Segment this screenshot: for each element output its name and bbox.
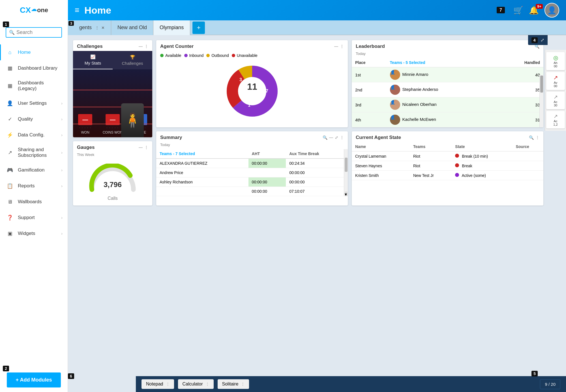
agent3-name: Kristen Smith [352, 171, 410, 180]
minimize-icon-g[interactable]: — [139, 145, 143, 150]
summary-teams-filter[interactable]: Teams - 7 Selected [160, 151, 195, 156]
leaderboard-header: Leaderboard 🔍 [352, 40, 543, 51]
quality-icon: ✓ [6, 115, 14, 123]
leaderboard-scrollthumb [540, 76, 543, 93]
tab-add-button[interactable]: + [192, 22, 205, 34]
row3-aux: 00:00:00 [286, 177, 348, 187]
aux-col-header: Aux Time Break [286, 149, 348, 158]
tab-close-icon[interactable]: ✕ [101, 25, 105, 30]
sidebar-item-home[interactable]: ⌂ Home [0, 44, 68, 60]
aht-col-header: AHT [248, 149, 286, 158]
calculator-menu-icon[interactable]: ⋮ [206, 382, 209, 386]
coins-dots: · · · · · [106, 126, 119, 129]
summary-table-area: Teams - 7 Selected AHT Aux Time Break AL… [156, 149, 348, 196]
sidebar-item-user-settings[interactable]: 👤 User Settings › [0, 95, 68, 111]
row3-aht: 00:00:00 [248, 177, 286, 187]
more-icon[interactable]: ⋮ [144, 44, 148, 49]
minimize-icon[interactable]: — [139, 44, 143, 49]
solitaire-menu-icon[interactable]: ⋮ [241, 382, 245, 386]
donut-label-purple: 7 [266, 89, 268, 93]
grid-layout: Challenges — ⋮ 📈 My Stats 🏆 [73, 40, 543, 205]
sidebar-item-data-config[interactable]: ⚡ Data Config. › [0, 127, 68, 143]
sidebar-item-label-widgets: Widgets [18, 231, 61, 236]
leaderboard-scrollbar[interactable] [539, 75, 543, 127]
summary-scrollbar[interactable]: ▾ [344, 149, 348, 196]
teams-filter[interactable]: Teams - 5 Selected [390, 60, 425, 65]
sidebar-item-reports[interactable]: 📋 Reports › [0, 178, 68, 194]
sidebar-item-label-support: Support [18, 215, 61, 220]
sidebar-item-support[interactable]: ❓ Support › [0, 210, 68, 226]
sidebar-item-label-data-config: Data Config. [18, 132, 61, 138]
mystats-label: My Stats [85, 61, 101, 65]
sidebar-item-quality[interactable]: ✓ Quality › [0, 111, 68, 127]
stat-won: — · · · · · WON [78, 114, 92, 134]
gauges-widget: Gauges — ⋮ This Week 3,796 [73, 141, 152, 205]
minimize-icon-s[interactable]: — [329, 135, 333, 140]
sidebar-item-wallboards[interactable]: 🖥 Wallboards [0, 194, 68, 210]
more-icon-ac[interactable]: ⋮ [340, 44, 344, 49]
summary-table: Teams - 7 Selected AHT Aux Time Break AL… [156, 149, 348, 196]
challenges-header: Challenges — ⋮ [73, 40, 152, 51]
character-icon: 🧍 [124, 112, 141, 128]
leaderboard-period: Today [352, 51, 543, 58]
notepad-menu-icon[interactable]: ⋮ [166, 382, 170, 386]
gauges-title: Gauges [77, 145, 95, 150]
teams-col-header: Teams - 7 Selected [156, 149, 248, 158]
expand-button[interactable]: 4 ⤢ [528, 35, 548, 45]
table-row: Kristen Smith New Test Jr Active (some) [352, 171, 543, 180]
minimize-icon-ac[interactable]: — [334, 44, 338, 49]
sidebar-item-widgets[interactable]: ▣ Widgets › [0, 226, 68, 241]
chevron-right-icon-dc: › [61, 133, 63, 137]
won-dots: · · · · · [79, 126, 91, 129]
more-icon-s[interactable]: ⋮ [340, 135, 344, 140]
tab-agents[interactable]: 3 gents ⋮ ✕ [68, 20, 111, 35]
mini-widgets-panel: ◎ Ah 00 ↗ Av 00 ↗ Ac 30 ↗ Ac 1,2 [545, 50, 566, 131]
legend-outbound: Outbound [206, 53, 229, 58]
avatar-2: 👤 [390, 85, 400, 95]
chevron-right-icon: › [61, 101, 63, 106]
challenges-label: Challenges [122, 61, 143, 66]
search-icon-as[interactable]: 🔍 [529, 135, 534, 140]
expand-icon-s[interactable]: ⤢ [335, 135, 338, 140]
more-icon-as[interactable]: ⋮ [535, 135, 539, 140]
search-input[interactable] [16, 29, 59, 35]
agent-counter-actions: — ⋮ [334, 44, 344, 49]
challenges-tab-mystats[interactable]: 📈 My Stats [73, 51, 113, 69]
notepad-widget[interactable]: Notepad ⋮ [142, 379, 174, 389]
tab-more-icon[interactable]: ⋮ [95, 25, 99, 30]
sidebar-item-dashboards-legacy[interactable]: ▦ Dashboards (Legacy) [0, 76, 68, 95]
sidebar-item-dashboard-library[interactable]: ▦ Dashboard Library [0, 60, 68, 76]
tab-new-old[interactable]: New and Old [111, 20, 153, 35]
widgets-icon: ▣ [6, 230, 14, 237]
sidebar-item-sharing[interactable]: ↗ Sharing and Subscriptions › [0, 143, 68, 162]
mini-widget-3: ↗ Ac 30 [546, 92, 565, 109]
solitaire-widget[interactable]: Solitaire ⋮ [218, 379, 249, 389]
summary-widget: Summary 🔍 — ⤢ ⋮ Today [156, 131, 348, 205]
total-aux: 07:10:07 [286, 187, 348, 196]
solitaire-label: Solitaire [222, 382, 239, 387]
agent-state-table: Name Teams State Source Crystal Lameman … [352, 142, 543, 180]
leaderboard-widget: Leaderboard 🔍 Today Place [352, 40, 543, 127]
summary-title: Summary [160, 135, 182, 140]
add-modules-button[interactable]: + Add Modules [7, 372, 61, 387]
search-icon-s[interactable]: 🔍 [323, 135, 327, 140]
table-row: 3rd 👤Nicaleen Oberhan 33 [352, 97, 543, 112]
sidebar-item-label-wallboards: Wallboards [18, 199, 63, 205]
more-icon-g[interactable]: ⋮ [144, 145, 148, 150]
tab-olympians[interactable]: Olympians [153, 20, 190, 35]
calculator-widget[interactable]: Calculator ⋮ [178, 379, 214, 389]
summary-scrolldown[interactable]: ▾ [345, 192, 348, 196]
bell-icon[interactable]: 🔔 9+ [529, 6, 539, 15]
chevron-right-icon-s: › [61, 150, 63, 155]
challenges-actions: — ⋮ [139, 44, 148, 49]
sidebar-item-gamification[interactable]: 🎮 Gamification › [0, 162, 68, 178]
menu-icon[interactable]: ≡ [75, 6, 79, 15]
challenges-tab-challenges[interactable]: 🏆 Challenges [113, 51, 152, 69]
mini-widget-4: ↗ Ac 1,2 [546, 111, 565, 128]
user-avatar[interactable]: 👤 [544, 3, 559, 18]
summary-actions: 🔍 — ⤢ ⋮ [323, 135, 344, 140]
agent3-team: New Test Jr [410, 171, 452, 180]
cart-icon[interactable]: 🛒 [513, 6, 523, 15]
boxing-character: 🧍 [121, 103, 144, 137]
main-content: 3 gents ⋮ ✕ New and Old Olympians + 4 ⤢ [68, 20, 566, 392]
